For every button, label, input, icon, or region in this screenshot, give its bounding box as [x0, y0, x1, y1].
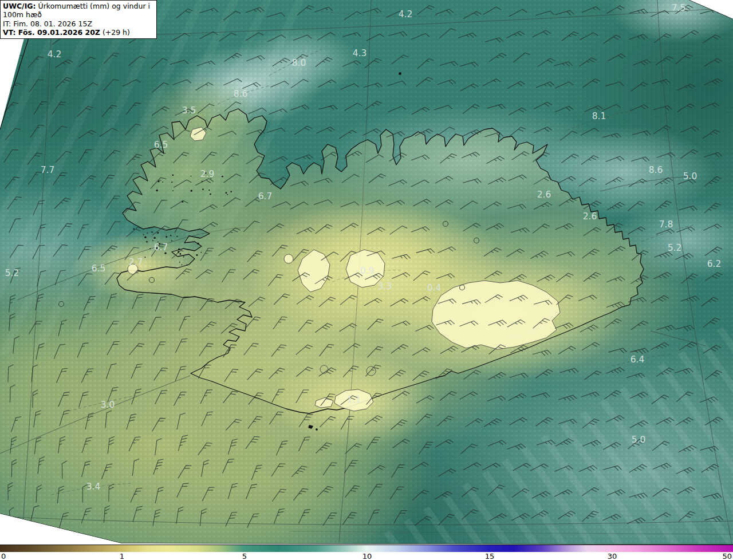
contour-label-8.1: 8.1 [592, 111, 606, 121]
colorbar-tick-10: 10 [362, 552, 372, 560]
contour-label-5.2: 5.2 [5, 268, 19, 278]
colorbar-tick-30: 30 [608, 552, 617, 560]
contour-label-5.2: 5.2 [668, 243, 682, 253]
contour-label-2.7: 2.7 [129, 257, 143, 267]
title-line-valid: VT: Fös. 09.01.2026 20Z (+29 h) [3, 28, 153, 37]
contour-label-6.4: 6.4 [630, 354, 645, 365]
contour-label-7.7: 7.7 [41, 165, 55, 175]
weather-map-screenshot: 4.24.24.37.58.08.63.58.16.57.72.98.65.02… [0, 0, 733, 560]
contour-label-4.2: 4.2 [48, 49, 62, 60]
contour-label-6.5: 6.5 [92, 263, 106, 274]
title-line-product: UWC/IG: Úrkomumætti (mm) og vindur i 100… [3, 2, 153, 19]
product-code: UWC/IG: [3, 2, 36, 10]
contour-label-2.6: 2.6 [537, 190, 551, 200]
contour-label-4.2: 4.2 [399, 9, 413, 19]
colorbar-tick-0: 0 [1, 552, 6, 560]
contour-label-0.4: 0.4 [427, 283, 442, 293]
contour-label-5.0: 5.0 [683, 171, 697, 182]
contour-label-0.9: 0.9 [360, 266, 375, 276]
colorbar-tick-labels: 01510153050 [0, 552, 733, 560]
title-line-init: IT: Fim. 08. 01. 2026 15Z [3, 19, 153, 28]
contour-label-2.9: 2.9 [200, 169, 215, 179]
colorbar-tick-50: 50 [722, 552, 732, 560]
contour-label-6.2: 6.2 [707, 259, 722, 269]
contour-label-4.3: 4.3 [353, 48, 367, 58]
colorbar-tick-15: 15 [485, 552, 495, 560]
map-canvas: 4.24.24.37.58.08.63.58.16.57.72.98.65.02… [0, 0, 733, 545]
colorbar-tick-5: 5 [242, 552, 247, 560]
contour-label-8.6: 8.6 [649, 165, 663, 175]
title-box: UWC/IG: Úrkomumætti (mm) og vindur i 100… [0, 0, 157, 39]
contour-label-5.0: 5.0 [632, 435, 646, 445]
contour-label-7.8: 7.8 [659, 219, 673, 230]
contour-label-1.1: 1.1 [347, 395, 361, 405]
contour-label-6.5: 6.5 [154, 140, 168, 150]
contour-label-3.4: 3.4 [86, 482, 101, 492]
contour-label-3.3: 3.3 [378, 281, 392, 291]
contour-label-8.6: 8.6 [234, 89, 248, 99]
contour-label-3.0: 3.0 [101, 400, 115, 410]
contour-label-8.0: 8.0 [292, 58, 306, 68]
contour-label-2.6: 2.6 [583, 211, 597, 222]
map-vector-layer: 4.24.24.37.58.08.63.58.16.57.72.98.65.02… [0, 0, 733, 545]
colorbar-tick-1: 1 [120, 552, 124, 560]
contour-label-6.7: 6.7 [258, 191, 273, 202]
contour-label-7.5: 7.5 [672, 3, 686, 13]
contour-label-6.7: 6.7 [154, 242, 168, 253]
contour-label-3.5: 3.5 [182, 105, 196, 116]
